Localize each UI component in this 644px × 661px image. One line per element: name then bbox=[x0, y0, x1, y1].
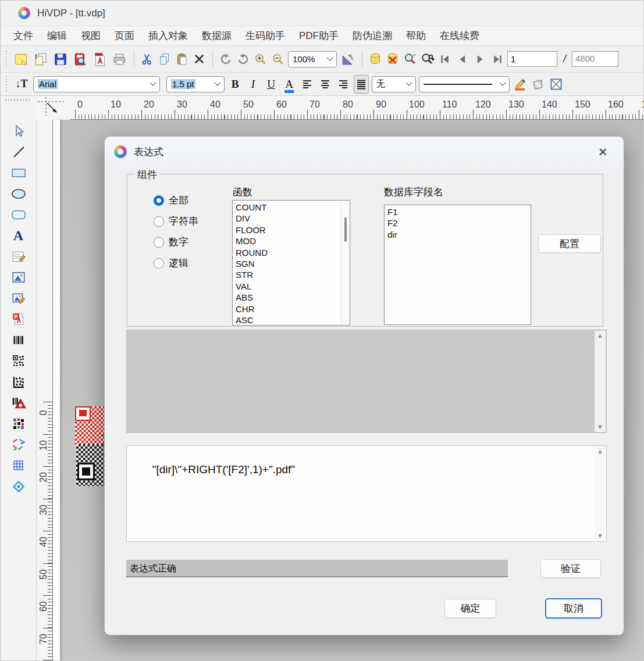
text-tool[interactable]: A bbox=[9, 228, 29, 243]
radio-string[interactable]: 字符串 bbox=[154, 215, 198, 228]
field-list-item[interactable]: F2 bbox=[385, 217, 531, 228]
zoom-level-combo[interactable]: 100% bbox=[288, 51, 337, 67]
close-icon[interactable]: × bbox=[593, 142, 612, 161]
palette-gripper[interactable] bbox=[5, 99, 31, 101]
radio-number[interactable]: 数字 bbox=[154, 235, 198, 249]
expression-input[interactable]: "[dir]\"+RIGHT('[F2]',1)+".pdf" ▲▼ bbox=[126, 445, 607, 542]
function-list-item[interactable]: DIV bbox=[233, 213, 350, 224]
toolbar-gripper[interactable] bbox=[5, 51, 8, 68]
image-tool[interactable] bbox=[9, 270, 29, 285]
eye-mark-tool[interactable] bbox=[9, 479, 29, 494]
function-list-item[interactable]: FLOOR bbox=[233, 224, 350, 235]
fill-color-button[interactable] bbox=[531, 75, 546, 94]
record-locate-button[interactable] bbox=[420, 50, 435, 69]
pdf-preview-button[interactable] bbox=[72, 50, 89, 69]
paste-button[interactable] bbox=[175, 50, 190, 69]
line-style-combo[interactable] bbox=[419, 76, 510, 92]
italic-button[interactable]: I bbox=[245, 75, 261, 94]
underline-button[interactable]: U bbox=[264, 75, 279, 94]
menu-item[interactable]: 生码助手 bbox=[240, 27, 291, 44]
last-record-button[interactable] bbox=[490, 50, 505, 69]
menu-item[interactable]: 数据源 bbox=[196, 27, 237, 44]
rich-text-tool[interactable] bbox=[9, 249, 29, 264]
radio-all[interactable]: 全部 bbox=[154, 194, 198, 207]
functions-list[interactable]: COUNTDIVFLOORMODROUNDSGNSTRVALABSCHRASC bbox=[232, 200, 350, 326]
toolbar-gripper[interactable] bbox=[5, 76, 8, 93]
menu-item[interactable]: 页面 bbox=[109, 27, 140, 44]
menu-item[interactable]: 文件 bbox=[8, 27, 39, 44]
database-fields-list[interactable]: F1F2dir bbox=[384, 205, 531, 325]
scroll-down-icon[interactable]: ▼ bbox=[597, 424, 603, 430]
font-size-combo[interactable]: 1.5 pt bbox=[166, 76, 225, 92]
align-left-button[interactable] bbox=[300, 75, 315, 94]
copy-button[interactable] bbox=[157, 50, 172, 69]
database-button[interactable] bbox=[368, 50, 383, 69]
no-fill-button[interactable] bbox=[549, 75, 564, 94]
undo-button[interactable] bbox=[218, 50, 233, 69]
image-edit-tool[interactable] bbox=[9, 291, 29, 306]
scatter-code-tool[interactable] bbox=[9, 437, 29, 452]
cancel-button[interactable]: 取消 bbox=[545, 598, 602, 619]
description-scrollbar[interactable]: ▲▼ bbox=[595, 331, 606, 432]
ellipse-tool[interactable] bbox=[9, 186, 29, 201]
pdf-export-button[interactable] bbox=[91, 50, 109, 69]
scroll-up-icon[interactable]: ▲ bbox=[597, 333, 603, 339]
record-preview-button[interactable] bbox=[403, 50, 418, 69]
first-record-button[interactable] bbox=[437, 50, 453, 69]
previous-record-button[interactable] bbox=[455, 50, 470, 69]
configure-button[interactable]: 配置 bbox=[538, 234, 601, 253]
menu-item[interactable]: 插入对象 bbox=[143, 27, 194, 44]
print-button[interactable] bbox=[111, 50, 129, 69]
function-list-item[interactable]: CHR bbox=[233, 303, 350, 315]
antifake-code-tool[interactable] bbox=[9, 395, 29, 410]
menu-item[interactable]: 视图 bbox=[75, 27, 106, 44]
zoom-out-button[interactable] bbox=[271, 50, 286, 69]
rectangle-tool[interactable] bbox=[9, 165, 29, 180]
font-color-button[interactable]: A bbox=[282, 75, 297, 94]
functions-scrollbar[interactable] bbox=[341, 201, 349, 324]
datamatrix-tool[interactable] bbox=[9, 374, 29, 390]
new-document-button[interactable] bbox=[12, 50, 30, 69]
function-list-item[interactable]: SGN bbox=[233, 258, 350, 269]
line-color-button[interactable] bbox=[513, 75, 528, 94]
zoom-in-button[interactable] bbox=[253, 50, 268, 69]
function-list-item[interactable]: COUNT bbox=[233, 202, 350, 213]
database-remove-button[interactable] bbox=[385, 50, 400, 69]
menu-item[interactable]: 在线续费 bbox=[434, 27, 485, 44]
function-list-item[interactable]: ABS bbox=[233, 292, 350, 303]
rounded-rectangle-tool[interactable] bbox=[9, 207, 29, 222]
rotate-button[interactable] bbox=[339, 50, 357, 69]
function-list-item[interactable]: VAL bbox=[233, 281, 350, 292]
menu-item[interactable]: 编辑 bbox=[41, 27, 73, 44]
function-list-item[interactable]: STR bbox=[233, 269, 350, 280]
cut-button[interactable] bbox=[140, 50, 155, 69]
select-tool[interactable] bbox=[9, 123, 29, 138]
ok-button[interactable]: 确定 bbox=[444, 599, 496, 618]
dialog-title-bar[interactable]: 表达式 bbox=[105, 137, 624, 167]
validate-button[interactable]: 验证 bbox=[540, 559, 601, 578]
field-list-item[interactable]: F1 bbox=[385, 206, 531, 217]
menu-item[interactable]: 帮助 bbox=[400, 27, 432, 44]
color-qrcode-tool[interactable] bbox=[9, 416, 29, 431]
delete-button[interactable] bbox=[192, 50, 207, 69]
radio-logic[interactable]: 逻辑 bbox=[154, 256, 198, 270]
menu-item[interactable]: PDF助手 bbox=[293, 27, 344, 44]
expression-scrollbar[interactable]: ▲▼ bbox=[595, 446, 606, 541]
pdf-object-tool[interactable] bbox=[9, 312, 29, 327]
duplicate-page-button[interactable] bbox=[32, 50, 49, 69]
barcode-tool[interactable] bbox=[9, 333, 29, 348]
grid-tool[interactable] bbox=[9, 458, 29, 473]
align-right-button[interactable] bbox=[336, 75, 351, 94]
menu-item[interactable]: 防伪追溯 bbox=[347, 27, 398, 44]
function-list-item[interactable]: ROUND bbox=[233, 247, 350, 258]
function-list-item[interactable]: MOD bbox=[233, 235, 350, 246]
bold-button[interactable]: B bbox=[227, 75, 243, 94]
align-justify-button[interactable] bbox=[354, 75, 369, 94]
scroll-up-icon[interactable]: ▲ bbox=[597, 448, 603, 455]
scrollbar-thumb[interactable] bbox=[344, 217, 347, 242]
text-effect-combo[interactable]: 无 bbox=[372, 76, 416, 92]
function-list-item[interactable]: ASC bbox=[233, 315, 350, 326]
font-family-combo[interactable]: Arial bbox=[33, 76, 160, 92]
line-tool[interactable] bbox=[9, 144, 29, 159]
redo-button[interactable] bbox=[236, 50, 251, 69]
